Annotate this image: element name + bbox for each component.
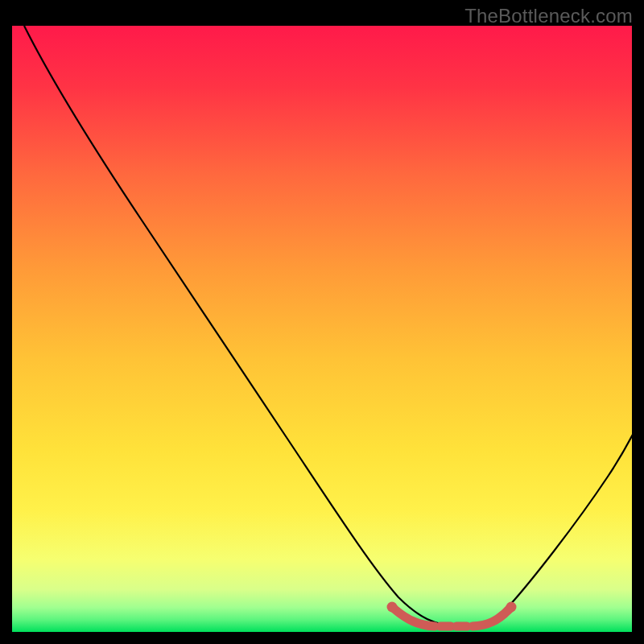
optimal-range-end-dot xyxy=(506,602,517,613)
watermark-text: TheBottleneck.com xyxy=(464,5,633,27)
optimal-range-start-dot xyxy=(387,602,398,613)
optimal-range-marker xyxy=(392,607,511,626)
chart-curves xyxy=(12,26,632,632)
chart-area xyxy=(12,26,632,632)
bottleneck-curve-path xyxy=(24,26,632,626)
